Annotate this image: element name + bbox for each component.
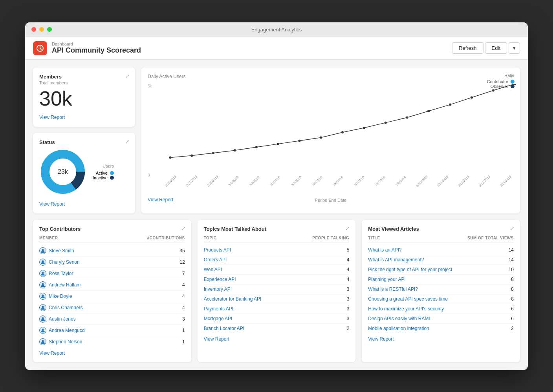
table-row: Experience API 4 [204,275,350,284]
svg-point-22 [42,260,44,262]
table-row: Ross Taylor 7 [39,268,185,279]
article-views: 14 [509,247,514,253]
svg-point-28 [42,328,44,330]
articles-expand-icon[interactable]: ⤢ [510,225,515,232]
bar-group [306,84,325,178]
contributor-legend: Contributor [487,79,515,84]
refresh-button[interactable]: Refresh [452,42,483,54]
member-cell: Chris Chambers [39,304,83,311]
left-panels: ⤢ Members Total members 30k View Report … [33,67,135,213]
article-views: 8 [511,296,514,302]
topic-count: 3 [347,316,350,321]
topic-name: Inventory API [204,286,232,292]
topics-view-report[interactable]: View Report [204,336,350,342]
bar-group [390,84,409,178]
topic-count: 4 [347,257,350,263]
table-row: Andrea Mengucci 1 [39,325,185,336]
contribution-count: 3 [182,316,185,322]
member-name: Chris Chambers [49,305,83,310]
avatar [39,293,46,300]
table-row: Chris Chambers 4 [39,302,185,314]
minimize-button[interactable] [39,27,44,32]
article-title: Mobile application integration [368,326,511,331]
contribution-count: 1 [182,339,185,345]
article-views: 8 [511,277,514,282]
article-views: 10 [509,267,514,272]
table-row: Andrew Hallam 4 [39,279,185,291]
table-row: Cheryly Senon 12 [39,257,185,268]
status-panel: ⤢ Status 23k Users Active [33,133,135,213]
articles-view-report[interactable]: View Report [368,336,514,342]
bar-group [432,84,451,178]
daily-active-users-panel: ⤢ Daily Active Users Ratio Contributor O… [141,67,520,213]
edit-button[interactable]: Edit [485,42,507,54]
member-cell: Stephen Nelson [39,338,82,345]
svg-point-26 [42,306,44,308]
topics-expand-icon[interactable]: ⤢ [345,225,350,232]
contribution-count: 1 [182,328,185,333]
inactive-legend: Inactive [93,175,114,180]
col-topic: TOPIC [204,236,217,240]
contribution-count: 12 [179,259,185,265]
bar-group [327,84,346,178]
avatar [39,304,46,311]
status-expand-icon[interactable]: ⤢ [125,139,130,145]
dropdown-button[interactable]: ▾ [509,42,520,54]
article-views: 14 [509,257,514,263]
member-name: Stephen Nelson [49,339,82,345]
members-value: 30k [39,88,129,109]
contributor-dot [511,80,515,84]
topic-name: Web API [204,267,222,272]
expand-icon[interactable]: ⤢ [125,73,130,79]
articles-table-body: What is an API? 14 What is API managemen… [368,245,514,333]
close-button[interactable] [31,27,36,32]
topic-count: 3 [347,286,350,292]
table-row: Mortgage API 3 [204,314,350,324]
active-label: Active [96,171,108,175]
col-article-title: TITLE [368,236,380,240]
col-contributions: #CONTRIBUTIONS [147,236,185,240]
top-row: ⤢ Members Total members 30k View Report … [33,67,520,213]
article-views: 6 [511,306,514,312]
topic-count: 3 [347,306,350,312]
members-subtitle: Total members [39,80,129,85]
bar-group [222,84,242,178]
members-view-report[interactable]: View Report [39,115,65,120]
topic-name: Orders API [204,257,227,263]
bar-group [369,84,388,178]
status-legend: Users Active Inactive [93,164,114,180]
header-titles: Dashboard API Community Scorecard [52,42,141,55]
contributors-view-report[interactable]: View Report [39,350,185,356]
svg-point-24 [42,283,44,285]
article-title: Pick the right type of API for your proj… [368,267,508,272]
member-cell: Ross Taylor [39,270,73,277]
svg-text:23k: 23k [58,168,68,175]
contributors-table-body: Steve Smith 35 Cheryly Senon 12 Ross Tay… [39,245,185,347]
bar-group [411,84,430,178]
status-donut-chart: 23k [39,148,86,195]
contributors-expand-icon[interactable]: ⤢ [181,225,186,232]
contributors-table-header: MEMBER #CONTRIBUTIONS [39,236,185,243]
topic-count: 4 [347,277,350,282]
svg-point-27 [42,317,44,319]
maximize-button[interactable] [47,27,52,32]
member-cell: Mike Doyle [39,293,72,300]
header-left: Dashboard API Community Scorecard [33,41,141,55]
topic-count: 5 [347,247,350,253]
legend-title: Users [93,164,114,168]
table-row: Accelerator for Banking API 3 [204,294,350,304]
article-title: Choosing a great API spec saves time [368,296,511,302]
contributors-title: Top Contributors [39,226,185,232]
avatar [39,247,46,254]
topic-count: 3 [347,296,350,302]
status-view-report[interactable]: View Report [39,201,65,207]
table-row: Choosing a great API spec saves time 8 [368,294,514,304]
topics-table-header: TOPIC PEOPLE TALKING [204,236,350,243]
article-title: Design APIs easily with RAML [368,316,511,321]
table-row: Planning your API 8 [368,275,514,284]
member-cell: Andrea Mengucci [39,327,85,334]
member-name: Steve Smith [49,248,74,253]
bars-container [148,84,514,178]
article-title: Planning your API [368,277,511,282]
header-actions: Refresh Edit ▾ [452,42,520,54]
